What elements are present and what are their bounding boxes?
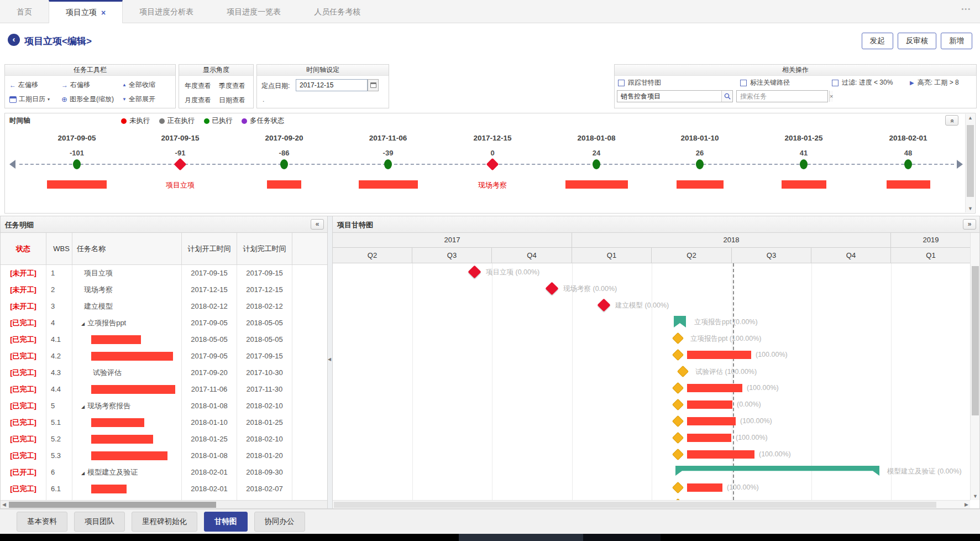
gantt-row[interactable]: (100.00%) (333, 429, 971, 446)
timeline-node-icon[interactable] (800, 159, 808, 169)
gantt-task-diamond-icon[interactable] (672, 432, 684, 444)
table-row[interactable]: [已完工]5.12018-01-102018-01-25 (1, 414, 327, 431)
gantt-task-diamond-icon[interactable] (672, 399, 684, 410)
gantt-task-diamond-icon[interactable] (672, 482, 684, 493)
scrollbar-thumb[interactable] (9, 502, 216, 508)
gantt-row[interactable]: (0.00%) (333, 396, 971, 413)
gantt-row[interactable]: (100.00%) (333, 446, 971, 462)
table-row[interactable]: [未开工]2现场考察2017-12-152017-12-15 (1, 282, 327, 298)
bottom-tab[interactable]: 甘特图 (204, 512, 248, 532)
timeline-milestone-icon[interactable] (486, 158, 499, 171)
top-tab[interactable]: 项目立项× (49, 0, 123, 23)
scroll-up-icon[interactable]: ▲ (968, 115, 973, 121)
scroll-left-icon[interactable]: ◀ (2, 502, 6, 507)
timeline-node-icon[interactable] (384, 159, 392, 169)
gantt-task-diamond-icon[interactable] (672, 415, 684, 427)
checkbox-icon[interactable] (832, 80, 838, 86)
gantt-row[interactable]: 立项报告ppt (0.00%) (333, 313, 971, 330)
view-quarter-button[interactable]: 季度查看 (219, 81, 245, 91)
table-row[interactable]: [已完工]4.3试验评估2017-09-202017-10-30 (1, 365, 327, 381)
table-row[interactable]: [已完工]5.32018-01-082018-01-20 (1, 448, 327, 464)
gantt-row[interactable]: 项目立项 (0.00%) (333, 263, 971, 280)
date-picker-button[interactable] (368, 79, 379, 91)
timeline-node-icon[interactable] (593, 159, 600, 169)
scroll-down-icon[interactable]: ▼ (973, 493, 978, 499)
gantt-row[interactable]: (100.00%) (333, 479, 971, 496)
tree-expand-icon[interactable]: ◢ (81, 321, 85, 326)
gantt-row[interactable]: (100.00%) (333, 346, 971, 363)
gantt-row[interactable]: 试验评估 (100.00%) (333, 363, 971, 379)
gantt-task-diamond-icon[interactable] (677, 366, 689, 377)
timeline-milestone-icon[interactable] (174, 158, 187, 171)
view-month-button[interactable]: 月度查看 (185, 96, 211, 105)
header-action-button[interactable]: 新增 (941, 33, 972, 49)
table-row[interactable]: [已完工]4.22017-09-052017-09-15 (1, 348, 327, 365)
close-icon[interactable]: × (101, 8, 106, 17)
table-row[interactable]: [已完工]4.42017-11-062017-11-30 (1, 381, 327, 398)
table-row[interactable]: [已完工]6.12018-02-012018-02-07 (1, 481, 327, 497)
shift-left-button[interactable]: ← 左偏移 (9, 80, 38, 90)
search-icon[interactable] (721, 91, 732, 102)
gantt-summary-bar[interactable] (675, 466, 879, 476)
view-year-button[interactable]: 年度查看 (185, 81, 211, 91)
top-tab[interactable]: 首页 (0, 0, 49, 23)
scrollbar-thumb[interactable] (334, 502, 936, 508)
bottom-tab[interactable]: 项目团队 (74, 512, 125, 532)
gantt-task-diamond-icon[interactable] (672, 449, 684, 460)
gantt-row[interactable] (333, 496, 971, 500)
gantt-row[interactable]: 现场考察 (0.00%) (333, 280, 971, 296)
gantt-task-diamond-icon[interactable] (672, 382, 684, 394)
top-tab[interactable]: 人员任务考核 (297, 0, 377, 23)
expand-panel-button[interactable]: » (963, 219, 976, 230)
gantt-milestone-icon[interactable] (597, 298, 610, 311)
filter-progress-checkbox[interactable]: 过滤: 进度 < 30% (832, 78, 893, 87)
header-action-button[interactable]: 发起 (862, 33, 893, 49)
table-row[interactable]: [已完工]5.22018-01-252018-02-10 (1, 431, 327, 448)
scroll-down-icon[interactable]: ▼ (968, 206, 973, 211)
gantt-horizontal-scrollbar[interactable]: ▶ (333, 500, 970, 508)
table-row[interactable]: [已开工]6◢模型建立及验证2018-02-012018-09-30 (1, 464, 327, 481)
scrollbar-thumb[interactable] (967, 125, 974, 197)
collapse-panel-button[interactable]: « (311, 219, 324, 230)
expand-all-button[interactable]: ▼ 全部展开 (122, 95, 155, 104)
schedule-calendar-button[interactable]: 工期日历 ▾ (9, 95, 50, 104)
scroll-right-icon[interactable]: ▶ (965, 502, 968, 507)
critical-path-checkbox[interactable]: 标注关键路径 (740, 78, 790, 87)
table-row[interactable]: [已完工]4◢立项报告ppt2017-09-052018-05-05 (1, 315, 327, 331)
track-gantt-checkbox[interactable]: 跟踪甘特图 (618, 78, 661, 87)
scrollbar-thumb[interactable] (972, 266, 979, 415)
timeline-vertical-scrollbar[interactable]: ▲ ▼ (965, 114, 974, 212)
search-task-input[interactable] (737, 91, 829, 102)
timeline-node-icon[interactable] (73, 159, 81, 169)
shift-right-button[interactable]: → 右偏移 (61, 80, 90, 90)
collapse-all-button[interactable]: ▲ 全部收缩 (122, 80, 155, 90)
top-tab[interactable]: 项目进度一览表 (210, 0, 297, 23)
gantt-milestone-icon[interactable] (468, 265, 481, 278)
project-input[interactable] (617, 91, 721, 102)
fit-graph-button[interactable]: ⊕ 图形全显(缩放) (61, 95, 114, 104)
bottom-tab[interactable]: 基本资料 (17, 512, 67, 532)
fixed-date-input[interactable] (296, 79, 368, 91)
table-row[interactable]: [已完工]5◢现场考察报告2018-01-082018-02-10 (1, 398, 327, 414)
gantt-task-diamond-icon[interactable] (672, 332, 684, 344)
checkbox-icon[interactable] (618, 80, 625, 86)
gantt-vertical-scrollbar[interactable]: ▼ (970, 233, 979, 500)
bottom-tab[interactable]: 协同办公 (254, 512, 305, 532)
table-row[interactable]: [未开工]1项目立项2017-09-152017-09-15 (1, 265, 327, 282)
gantt-row[interactable]: 建立模型 (0.00%) (333, 296, 971, 313)
timeline-node-icon[interactable] (696, 159, 704, 169)
gantt-row[interactable]: (100.00%) (333, 413, 971, 429)
highlight-duration-button[interactable]: ▶ 高亮: 工期 > 8 (910, 78, 959, 87)
gantt-row[interactable]: 模型建立及验证 (0.00%) (333, 462, 971, 479)
gantt-task-diamond-icon[interactable] (672, 349, 684, 361)
table-horizontal-scrollbar[interactable]: ◀ (1, 500, 327, 508)
tree-expand-icon[interactable]: ◢ (81, 404, 85, 409)
table-row[interactable]: [未开工]3建立模型2018-02-122018-02-12 (1, 298, 327, 315)
gantt-row[interactable]: (100.00%) (333, 379, 971, 396)
back-button[interactable]: ‹ (8, 34, 20, 46)
gantt-summary-start-icon[interactable] (674, 316, 686, 327)
header-action-button[interactable]: 反审核 (898, 33, 937, 49)
gantt-row[interactable]: 立项报告ppt (100.00%) (333, 330, 971, 346)
panel-splitter[interactable]: ◀ (328, 216, 332, 509)
timeline-node-icon[interactable] (280, 159, 288, 169)
